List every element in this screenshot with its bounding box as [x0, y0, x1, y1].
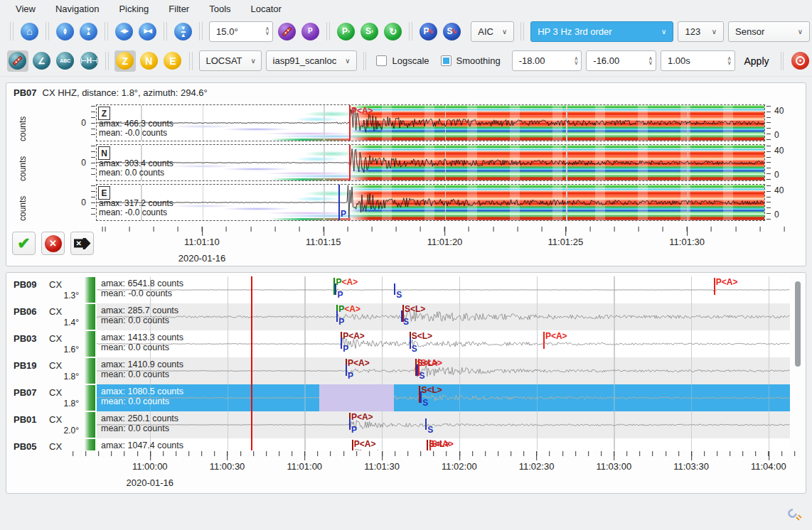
- zoom-angle-spinbox[interactable]: 15.0° ∧∨: [209, 21, 273, 42]
- station-network: CX: [49, 333, 62, 344]
- spin-arrows-icon[interactable]: ∧∨: [643, 57, 653, 65]
- menu-filter[interactable]: Filter: [159, 1, 199, 16]
- reset-amplitude-button[interactable]: ▼▬▲: [173, 21, 193, 42]
- amax-label: amax: 1413.3 counts: [101, 332, 183, 342]
- picker-panel: PB07CX HHZ, distance: 1.8°, azimuth: 294…: [6, 82, 806, 266]
- annotate-p-button[interactable]: P∿: [418, 21, 439, 42]
- locate-button[interactable]: [789, 50, 811, 72]
- amplitude-unit-value: Sensor: [735, 26, 764, 37]
- annotate-s-button[interactable]: S∿: [442, 21, 462, 42]
- trace-z[interactable]: Z amax: 466.3 counts mean: -0.0 counts P…: [96, 104, 765, 141]
- angle-measure-button[interactable]: ∠: [31, 50, 53, 72]
- picker-method-combo[interactable]: AIC ∨: [471, 21, 514, 42]
- component-z-button[interactable]: Z: [114, 50, 136, 72]
- station-row-pb09[interactable]: PB09 CX 1.3° amax: 6541.8 counts mean: -…: [6, 276, 806, 303]
- station-rows: PB09 CX 1.3° amax: 6541.8 counts mean: -…: [6, 273, 806, 450]
- station-distance: 1.6°: [6, 345, 79, 355]
- toolbar-separator: [363, 52, 367, 70]
- station-row-pb07-selected[interactable]: PB07 CX 1.8° amax: 1080.5 counts mean: 0…: [6, 384, 806, 411]
- station-row-pb03[interactable]: PB03 CX 1.6° amax: 1413.3 counts mean: 0…: [6, 330, 806, 357]
- amplitude-unit-combo[interactable]: Sensor ∨: [728, 21, 810, 42]
- goto-next-s-button[interactable]: S›: [359, 21, 380, 42]
- amplitude-zoom-out-button[interactable]: ▲▼: [55, 21, 75, 42]
- angle-icon: ∠: [33, 52, 50, 70]
- station-trace[interactable]: amax: 1410.9 counts mean: 0.0 counts P<A…: [97, 357, 790, 384]
- picker-tool-button[interactable]: [277, 21, 297, 42]
- home-icon: ⌂: [21, 23, 38, 40]
- spin-arrows-icon[interactable]: ∧∨: [260, 27, 269, 36]
- quality-bar: [85, 439, 95, 450]
- spin-arrows-icon[interactable]: ∧∨: [722, 57, 732, 65]
- station-code: PB05: [14, 441, 37, 450]
- n-component-icon: N: [140, 52, 158, 70]
- goto-next-p-button[interactable]: P›: [336, 21, 356, 42]
- component-e-button[interactable]: E: [162, 50, 183, 72]
- logscale-checkbox[interactable]: Logscale: [376, 55, 429, 66]
- smoothing-checkbox[interactable]: Smoothing: [441, 55, 501, 66]
- confirm-pick-button[interactable]: ✔: [12, 232, 36, 255]
- skip-trace-button[interactable]: ✕: [70, 232, 94, 255]
- spectrogram-max-spinbox[interactable]: -16.00 ∧∨: [586, 50, 656, 71]
- menu-locator[interactable]: Locator: [241, 1, 292, 16]
- time-tick: 11:04:00: [751, 461, 786, 472]
- waveform-e: [97, 185, 764, 220]
- checkbox-checked-icon: [441, 55, 452, 66]
- station-row-pb01[interactable]: PB01 CX 2.0° amax: 250.1 counts mean: 0.…: [6, 411, 806, 438]
- station-trace[interactable]: amax: 250.1 counts mean: 0.0 counts P<A>…: [97, 411, 790, 438]
- zoom-angle-value: 15.0°: [216, 26, 238, 37]
- time-tick: 11:01:30: [669, 237, 705, 247]
- s-arrow-icon: S›: [360, 23, 378, 40]
- vertical-scrollbar[interactable]: [795, 281, 801, 367]
- component-n-button[interactable]: N: [139, 50, 160, 72]
- time-window-spinbox[interactable]: 1.00s ∧∨: [661, 50, 735, 71]
- toolbar-separator: [105, 52, 109, 70]
- station-trace[interactable]: amax: 1047.4 counts P<A>S<L>S<A>: [97, 438, 790, 450]
- spectrogram-min-spinbox[interactable]: -18.00 ∧∨: [512, 50, 582, 71]
- filter-combo[interactable]: HP 3 Hz 3rd order ∨: [530, 21, 673, 42]
- s-wave-icon: S∿: [443, 23, 461, 40]
- default-view-button[interactable]: ⌂: [19, 21, 40, 42]
- freq-axis-max: 40: [774, 185, 784, 195]
- rotation-combo[interactable]: 123 ∨: [678, 21, 724, 42]
- limits-toggle-button[interactable]: ⊢H⊣: [79, 50, 100, 72]
- time-zoom-out-button[interactable]: ◀▶: [114, 21, 134, 42]
- menu-bar: View Navigation Picking Filter Tools Loc…: [0, 0, 812, 17]
- pick-phase-button[interactable]: P: [300, 21, 321, 42]
- station-row-pb05[interactable]: PB05 CX amax: 1047.4 counts P<A>S<L>S<A>: [6, 438, 806, 450]
- station-row-pb06[interactable]: PB06 CX 1.4° amax: 285.7 counts mean: 0.…: [6, 303, 806, 330]
- station-trace[interactable]: amax: 1080.5 counts mean: 0.0 counts P<A…: [97, 384, 790, 411]
- time-tick: 11:01:30: [364, 461, 400, 472]
- time-window-value: 1.00s: [668, 55, 690, 66]
- repick-button[interactable]: ↻: [383, 21, 403, 42]
- menu-view[interactable]: View: [6, 1, 46, 16]
- station-code: PB03: [14, 333, 37, 344]
- menu-tools[interactable]: Tools: [199, 1, 240, 16]
- spectrogram-toggle-button[interactable]: [7, 50, 28, 72]
- amplitude-zoom-in-button[interactable]: ▼▲: [78, 21, 99, 42]
- profile-combo[interactable]: iasp91_scanloc ∨: [266, 50, 357, 71]
- station-trace[interactable]: amax: 285.7 counts mean: 0.0 counts P<A>…: [97, 303, 790, 330]
- station-trace[interactable]: amax: 6541.8 counts mean: -0.0 counts P<…: [97, 276, 790, 303]
- trace-e[interactable]: E amax: 317.2 counts mean: -0.0 counts P: [96, 184, 765, 221]
- picker-header: PB07CX HHZ, distance: 1.8°, azimuth: 294…: [14, 87, 208, 98]
- abc-icon: ABC: [56, 52, 74, 70]
- station-code: PB19: [14, 360, 37, 371]
- station-code: PB09: [14, 279, 37, 290]
- amax-label: amax: 6541.8 counts: [101, 278, 183, 288]
- labels-toggle-button[interactable]: ABC: [55, 50, 76, 72]
- spin-arrows-icon[interactable]: ∧∨: [568, 57, 578, 65]
- y-axis-label: counts: [18, 184, 28, 221]
- menu-picking[interactable]: Picking: [109, 1, 159, 16]
- locator-combo[interactable]: LOCSAT ∨: [199, 50, 262, 71]
- apply-button[interactable]: Apply: [737, 53, 776, 70]
- reject-pick-button[interactable]: ✕: [41, 232, 65, 255]
- origin-time-line: [251, 384, 252, 411]
- time-zoom-in-button[interactable]: ▶◀: [137, 21, 158, 42]
- toolbar-separator: [520, 22, 524, 40]
- trace-n[interactable]: N amax: 303.4 counts mean: 0.0 counts: [96, 144, 765, 181]
- station-row-pb19[interactable]: PB19 CX 1.8° amax: 1410.9 counts mean: 0…: [6, 357, 806, 384]
- menu-navigation[interactable]: Navigation: [46, 1, 109, 16]
- spectrogram-icon: [9, 52, 26, 70]
- smoothing-label: Smoothing: [456, 55, 501, 66]
- station-trace[interactable]: amax: 1413.3 counts mean: 0.0 counts P<A…: [97, 330, 790, 357]
